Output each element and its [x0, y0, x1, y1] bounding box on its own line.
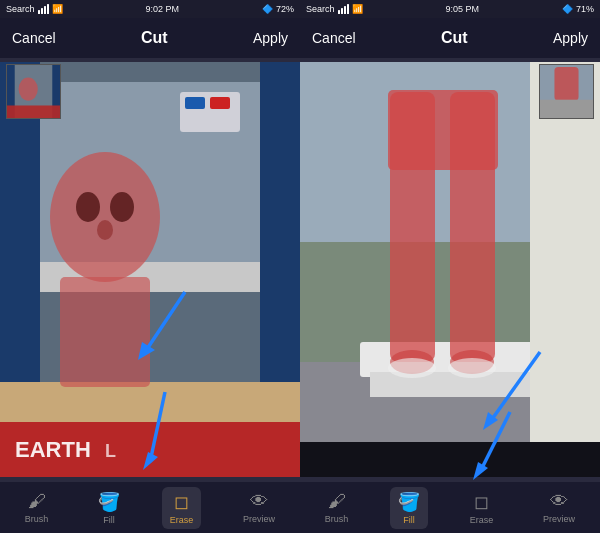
- svg-rect-48: [540, 100, 593, 118]
- svg-rect-5: [180, 92, 240, 132]
- svg-rect-32: [370, 372, 530, 397]
- svg-marker-20: [138, 342, 155, 360]
- svg-rect-4: [40, 262, 260, 292]
- svg-rect-35: [450, 92, 495, 362]
- right-time: 9:05 PM: [445, 4, 479, 14]
- right-apply-button[interactable]: Apply: [553, 30, 588, 46]
- r-preview-label: Preview: [543, 514, 575, 524]
- right-signal: [338, 4, 349, 14]
- right-cancel-button[interactable]: Cancel: [312, 30, 356, 46]
- left-wifi-icon: 📶: [52, 4, 63, 14]
- svg-rect-36: [388, 90, 498, 170]
- left-status-left: Search 📶: [6, 4, 63, 14]
- erase-label: Erase: [170, 515, 194, 525]
- svg-point-39: [388, 358, 436, 378]
- preview-icon: 👁: [250, 491, 268, 512]
- svg-marker-45: [473, 462, 488, 480]
- r-fill-icon: 🪣: [398, 491, 420, 513]
- svg-rect-30: [300, 362, 600, 477]
- svg-rect-16: [0, 422, 300, 477]
- right-wifi-icon: 📶: [352, 4, 363, 14]
- right-battery: 71%: [576, 4, 594, 14]
- left-title: Cut: [141, 29, 168, 47]
- left-status-right: 🔷 72%: [262, 4, 294, 14]
- svg-point-12: [76, 192, 100, 222]
- right-erase-tool[interactable]: ◻ Erase: [462, 487, 502, 529]
- right-image-area[interactable]: [300, 58, 600, 481]
- svg-point-37: [390, 350, 434, 374]
- svg-rect-34: [390, 92, 435, 362]
- svg-line-44: [480, 412, 510, 472]
- left-time: 9:02 PM: [145, 4, 179, 14]
- left-panel: Search 📶 9:02 PM 🔷 72% Cancel Cut Apply: [0, 0, 300, 533]
- left-thumbnail: [6, 64, 61, 119]
- left-thumb-svg: [7, 65, 60, 118]
- r-erase-label: Erase: [470, 515, 494, 525]
- svg-rect-47: [554, 67, 578, 101]
- left-erase-tool[interactable]: ◻ Erase: [162, 487, 202, 529]
- r-erase-icon: ◻: [474, 491, 489, 513]
- left-cancel-button[interactable]: Cancel: [12, 30, 56, 46]
- r-signal-bar-3: [344, 6, 346, 14]
- right-top-bar: Cancel Cut Apply: [300, 18, 600, 58]
- right-preview-tool[interactable]: 👁 Preview: [535, 487, 583, 528]
- left-top-bar: Cancel Cut Apply: [0, 18, 300, 58]
- svg-rect-41: [300, 442, 600, 477]
- svg-rect-15: [60, 277, 150, 387]
- svg-rect-1: [0, 62, 40, 477]
- left-battery: 72%: [276, 4, 294, 14]
- brush-icon: 🖌: [28, 491, 46, 512]
- svg-point-38: [450, 350, 494, 374]
- right-canvas-svg: [300, 58, 600, 481]
- left-app-name: Search: [6, 4, 35, 14]
- right-title: Cut: [441, 29, 468, 47]
- svg-line-19: [145, 292, 185, 352]
- r-fill-label: Fill: [403, 515, 415, 525]
- right-thumbnail: [539, 64, 594, 119]
- right-status-bar: Search 📶 9:05 PM 🔷 71%: [300, 0, 600, 18]
- svg-marker-43: [483, 412, 498, 430]
- svg-marker-22: [143, 452, 158, 470]
- signal-bar-1: [38, 10, 40, 14]
- left-image-area[interactable]: EARTH EARTH L: [0, 58, 300, 481]
- right-bt-icon: 🔷: [562, 4, 573, 14]
- signal-bar-3: [44, 6, 46, 14]
- svg-rect-31: [360, 342, 540, 377]
- svg-rect-27: [7, 105, 60, 118]
- right-fill-tool[interactable]: 🪣 Fill: [390, 487, 428, 529]
- left-brush-tool[interactable]: 🖌 Brush: [17, 487, 57, 528]
- brush-label: Brush: [25, 514, 49, 524]
- right-app-name: Search: [306, 4, 335, 14]
- svg-rect-3: [40, 82, 260, 282]
- fill-label: Fill: [103, 515, 115, 525]
- svg-rect-9: [0, 422, 300, 477]
- left-apply-button[interactable]: Apply: [253, 30, 288, 46]
- left-status-bar: Search 📶 9:02 PM 🔷 72%: [0, 0, 300, 18]
- fill-icon: 🪣: [98, 491, 120, 513]
- left-signal: [38, 4, 49, 14]
- r-preview-icon: 👁: [550, 491, 568, 512]
- signal-bar-4: [47, 4, 49, 14]
- left-fill-tool[interactable]: 🪣 Fill: [90, 487, 128, 529]
- left-preview-tool[interactable]: 👁 Preview: [235, 487, 283, 528]
- svg-rect-7: [210, 97, 230, 109]
- svg-rect-28: [300, 62, 600, 477]
- svg-point-13: [110, 192, 134, 222]
- right-thumb-svg: [540, 65, 593, 118]
- right-status-right: 🔷 71%: [562, 4, 594, 14]
- svg-rect-33: [530, 62, 600, 477]
- r-signal-bar-1: [338, 10, 340, 14]
- r-brush-label: Brush: [325, 514, 349, 524]
- left-bt-icon: 🔷: [262, 4, 273, 14]
- svg-rect-0: [0, 62, 300, 477]
- erase-icon: ◻: [174, 491, 189, 513]
- svg-line-21: [150, 392, 165, 462]
- svg-point-14: [97, 220, 113, 240]
- right-brush-tool[interactable]: 🖌 Brush: [317, 487, 357, 528]
- signal-bar-2: [41, 8, 43, 14]
- svg-rect-8: [0, 382, 300, 477]
- left-toolbar: 🖌 Brush 🪣 Fill ◻ Erase 👁 Preview: [0, 481, 300, 533]
- preview-label: Preview: [243, 514, 275, 524]
- svg-point-40: [448, 358, 496, 378]
- svg-rect-2: [260, 62, 300, 477]
